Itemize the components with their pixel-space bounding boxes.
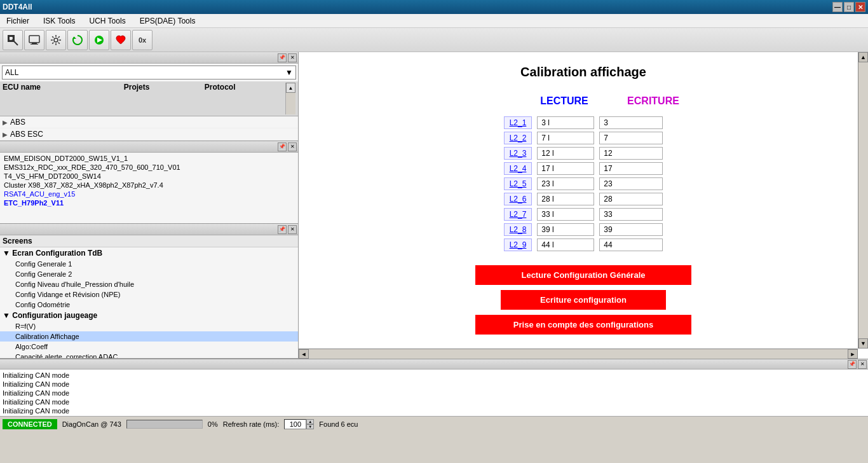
ecu-dropdown[interactable]: ALL ▼ [2,66,296,79]
files-section: 📌 ✕ EMM_EDISON_DDT2000_SW15_V1_1 EMS312x… [0,141,298,224]
screen-item-config1[interactable]: Config Generale 1 [0,259,298,269]
right-scrollbar-v[interactable]: ▲ ▼ [858,52,868,349]
ecu-item-abs[interactable]: ▶ ABS [0,116,298,128]
files-close-button[interactable]: ✕ [288,142,297,151]
row-label-6[interactable]: L2_7 [504,208,532,221]
log-pin-button[interactable]: 📌 [848,360,857,369]
ecu-item-abs-esc[interactable]: ▶ ABS ESC [0,128,298,141]
screen-item-algo[interactable]: Algo:Coeff [0,342,298,352]
log-header: 📌 ✕ [0,359,868,370]
log-line-2: Initializing CAN mode [3,389,865,397]
screen-item-config-odo[interactable]: Config Odométrie [0,300,298,310]
ecriture-input-8[interactable] [599,238,663,251]
left-panel: 📌 ✕ ALL ▼ ECU name Projets Protocol ▲ ▶ … [0,52,299,359]
menu-fichier[interactable]: Fichier [3,15,33,27]
row-label-0[interactable]: L2_1 [504,116,532,129]
menu-uch-tools[interactable]: UCH Tools [86,15,130,27]
log-area: 📌 ✕ Initializing CAN mode Initializing C… [0,359,868,416]
scroll-down-btn[interactable]: ▼ [858,338,868,349]
refresh-input[interactable]: ▲ ▼ [284,419,314,429]
ecriture-input-3[interactable] [599,162,663,175]
toolbar-play[interactable] [89,30,109,50]
screen-item-config-vidange[interactable]: Config Vidange et Révision (NPE) [0,289,298,300]
spin-down-button[interactable]: ▼ [306,424,314,429]
toolbar-search[interactable] [3,30,23,50]
prise-compte-button[interactable]: Prise en compte des configurations [475,315,691,335]
row-label-4[interactable]: L2_5 [504,177,532,190]
menu-eps-tools[interactable]: EPS(DAE) Tools [136,15,200,27]
app-title: DDT4All [3,3,32,11]
refresh-value-input[interactable] [284,419,306,429]
ecu-list-header: ECU name Projets Protocol ▲ [0,81,298,116]
toolbar-heart[interactable] [111,30,131,50]
screens-list: ▼ Ecran Configuration TdB Config General… [0,247,298,358]
lecture-input-1[interactable] [537,132,594,144]
toolbar-hex[interactable]: 0x [132,30,153,50]
row-label-2[interactable]: L2_3 [504,147,532,160]
file-item-0[interactable]: EMM_EDISON_DDT2000_SW15_V1_1 [1,154,297,163]
lecture-input-6[interactable] [537,208,594,221]
screen-item-config-huile[interactable]: Config Niveau d'huile_Pression d'huile [0,279,298,289]
ecriture-input-0[interactable] [599,116,663,129]
ecriture-input-2[interactable] [599,147,663,160]
files-pin-button[interactable]: 📌 [278,142,287,151]
file-item-5[interactable]: ETC_H79Ph2_V11 [1,198,297,207]
close-button[interactable]: ✕ [855,2,865,12]
ecu-scroll-up[interactable]: ▲ [286,83,295,93]
lecture-input-0[interactable] [537,116,594,129]
scroll-up-btn[interactable]: ▲ [858,52,868,62]
ecu-close-button[interactable]: ✕ [288,53,297,62]
row-label-8[interactable]: L2_9 [504,238,532,251]
ecriture-input-7[interactable] [599,223,663,236]
screen-item-config2[interactable]: Config Generale 2 [0,269,298,279]
lecture-header: LECTURE [513,92,615,110]
lecture-config-button[interactable]: Lecture Configuration Générale [475,265,691,285]
lecture-input-2[interactable] [537,147,594,160]
ecriture-input-5[interactable] [599,193,663,205]
maximize-button[interactable]: □ [844,2,854,12]
spin-up-button[interactable]: ▲ [306,419,314,424]
screen-item-rfv[interactable]: R=f(V) [0,321,298,331]
row-label-3[interactable]: L2_4 [504,162,532,175]
toolbar: 0x [0,28,868,52]
screen-group-1[interactable]: ▼ Configuration jaugeage [0,310,298,321]
table-row: L2_6 [501,191,666,207]
row-label-7[interactable]: L2_8 [504,223,532,236]
lecture-input-3[interactable] [537,162,594,175]
status-bar: CONNECTED DiagOnCan @ 743 0% Refresh rat… [0,416,868,431]
screen-item-calib-affichage[interactable]: Calibration Affichage [0,331,298,342]
file-item-2[interactable]: T4_VS_HFM_DDT2000_SW14 [1,172,297,181]
lecture-input-8[interactable] [537,238,594,251]
right-scrollbar-h[interactable]: ◄ ► [299,349,858,359]
ecriture-input-1[interactable] [599,132,663,144]
screen-item-capacite[interactable]: Capacité alerte, correction ADAC [0,352,298,358]
log-line-1: Initializing CAN mode [3,380,865,389]
file-item-4[interactable]: RSAT4_ACU_eng_v15 [1,190,297,198]
screen-group-0[interactable]: ▼ Ecran Configuration TdB [0,247,298,259]
toolbar-screen[interactable] [24,30,44,50]
lecture-input-4[interactable] [537,177,594,190]
screens-close-button[interactable]: ✕ [288,225,297,234]
row-label-5[interactable]: L2_6 [504,193,532,205]
file-item-3[interactable]: Cluster X98_X87_X82_xHA_X98ph2_X87ph2_v7… [1,181,297,190]
ecu-pin-button[interactable]: 📌 [278,53,287,62]
ecriture-input-4[interactable] [599,177,663,190]
toolbar-refresh[interactable] [67,30,88,50]
lecture-input-5[interactable] [537,193,594,205]
row-label-1[interactable]: L2_2 [504,132,532,144]
group-arrow-icon: ▼ [3,311,10,320]
file-item-1[interactable]: EMS312x_RDC_xxx_RDE_320_470_570_600_710_… [1,163,297,172]
scroll-left-btn[interactable]: ◄ [299,349,309,359]
table-row: L2_8 [501,222,666,237]
ecriture-config-button[interactable]: Ecriture configuration [501,290,666,310]
lecture-input-7[interactable] [537,223,594,236]
progress-bar [126,420,203,429]
ecriture-input-6[interactable] [599,208,663,221]
log-close-button[interactable]: ✕ [858,360,867,369]
svg-point-9 [54,38,58,42]
scroll-right-btn[interactable]: ► [848,349,858,359]
toolbar-settings[interactable] [46,30,66,50]
menu-isk-tools[interactable]: ISK Tools [39,15,79,27]
screens-pin-button[interactable]: 📌 [278,225,287,234]
minimize-button[interactable]: — [832,2,843,12]
